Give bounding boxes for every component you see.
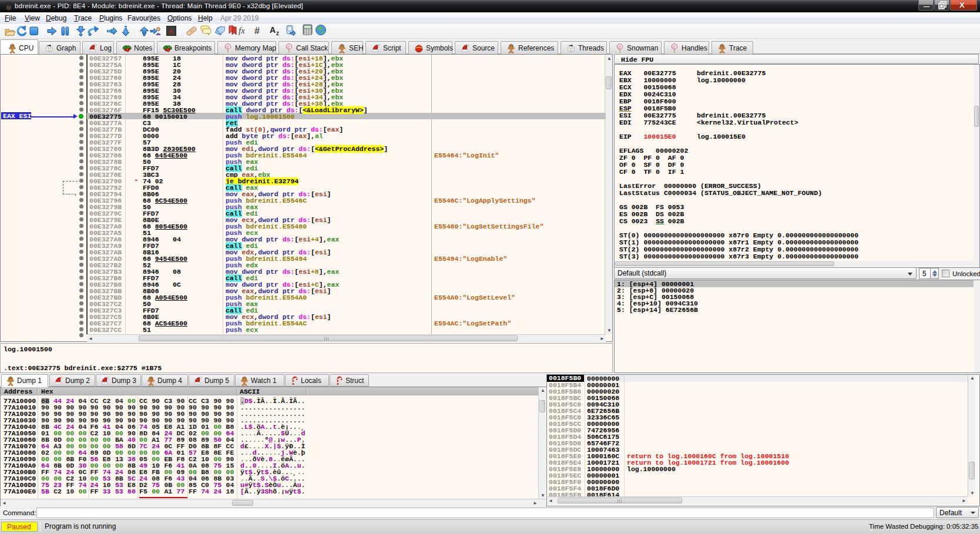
svg-text:z: z (276, 30, 279, 36)
svg-text:#: # (254, 26, 260, 36)
svg-text:fx: fx (239, 26, 245, 35)
svg-text:S: S (169, 27, 173, 36)
svg-text:A: A (270, 25, 276, 35)
